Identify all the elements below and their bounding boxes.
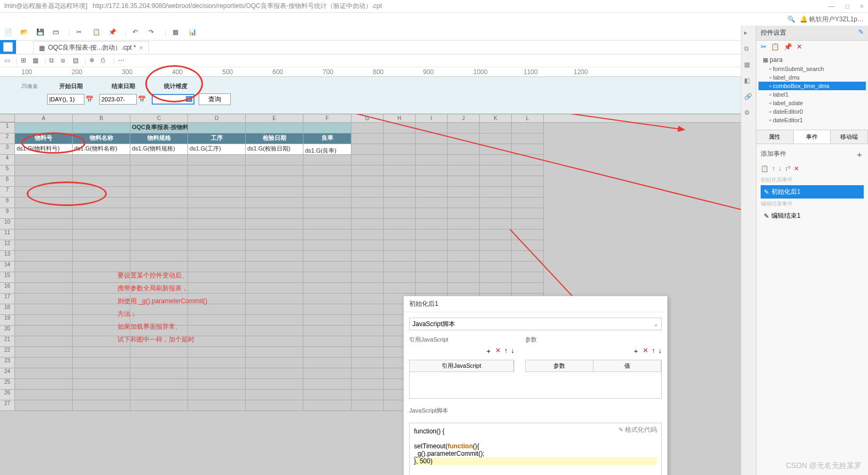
cell[interactable] xyxy=(416,144,448,155)
cell[interactable] xyxy=(448,144,480,155)
undo-icon[interactable]: ↶ xyxy=(132,28,142,38)
down-icon[interactable]: ↓ xyxy=(778,165,781,172)
add-event-button[interactable]: ＋ xyxy=(855,149,864,161)
cell[interactable] xyxy=(188,208,246,219)
cell[interactable] xyxy=(416,165,448,176)
cell[interactable] xyxy=(480,251,512,262)
cell[interactable] xyxy=(73,229,130,240)
cell[interactable] xyxy=(15,294,73,304)
cell[interactable]: 检验日期 xyxy=(246,133,303,144)
cell[interactable] xyxy=(303,262,351,272)
chain-icon[interactable]: 🔗 xyxy=(744,93,754,102)
delete-icon[interactable]: ✕ xyxy=(794,165,799,172)
cell[interactable] xyxy=(188,155,246,165)
cell[interactable] xyxy=(303,219,351,229)
cell[interactable] xyxy=(188,240,246,251)
cut-icon[interactable]: ✂ xyxy=(76,28,86,38)
cell[interactable]: 良率 xyxy=(303,133,351,144)
cell[interactable] xyxy=(416,240,448,251)
cell[interactable] xyxy=(246,347,303,358)
file-tab[interactable]: ▦ OQC良率报表-按...勿动）.cpt * × xyxy=(33,41,149,54)
cell[interactable] xyxy=(384,133,416,144)
cell[interactable] xyxy=(130,390,188,400)
cell[interactable] xyxy=(188,165,246,176)
cell[interactable] xyxy=(480,176,512,187)
cell[interactable] xyxy=(246,272,303,283)
cell[interactable] xyxy=(73,379,130,390)
column-header[interactable]: F xyxy=(303,114,351,122)
cell[interactable] xyxy=(15,272,73,283)
cell[interactable] xyxy=(73,240,130,251)
cell[interactable] xyxy=(384,208,416,219)
cell[interactable] xyxy=(384,219,416,229)
cell[interactable]: 物料名称 xyxy=(73,133,130,144)
cell[interactable] xyxy=(303,358,351,368)
cell[interactable] xyxy=(15,219,73,229)
cell[interactable] xyxy=(384,144,416,155)
cell[interactable] xyxy=(480,208,512,219)
cell[interactable] xyxy=(303,272,351,283)
cell[interactable] xyxy=(512,187,544,197)
cell[interactable] xyxy=(15,197,73,208)
down-icon[interactable]: ↓ xyxy=(659,346,662,356)
cell[interactable] xyxy=(246,197,303,208)
cell[interactable] xyxy=(303,315,351,326)
cell[interactable] xyxy=(384,176,416,187)
cell[interactable] xyxy=(303,379,351,390)
more-icon[interactable]: ⋯ xyxy=(118,57,127,65)
cell[interactable] xyxy=(384,240,416,251)
cell[interactable] xyxy=(246,219,303,229)
delete-icon[interactable]: ✕ xyxy=(643,346,648,356)
cell[interactable] xyxy=(512,176,544,187)
preview-icon[interactable]: ▦ xyxy=(173,28,182,38)
cell[interactable] xyxy=(246,240,303,251)
cell[interactable] xyxy=(448,219,480,229)
cell[interactable] xyxy=(246,315,303,326)
filter-icon[interactable]: ⎙ xyxy=(101,57,110,65)
cell[interactable] xyxy=(73,208,130,219)
cell[interactable] xyxy=(480,187,512,197)
cell[interactable] xyxy=(480,123,512,133)
cell[interactable] xyxy=(15,400,73,411)
cell[interactable] xyxy=(130,176,188,187)
cell[interactable] xyxy=(351,379,384,390)
property-tab[interactable]: 移动端 xyxy=(831,130,868,144)
cell[interactable] xyxy=(512,262,544,272)
cell[interactable] xyxy=(480,165,512,176)
tab-close-icon[interactable]: × xyxy=(139,44,143,52)
cell[interactable] xyxy=(480,262,512,272)
cell[interactable] xyxy=(448,229,480,240)
home-icon[interactable] xyxy=(0,40,16,54)
open-icon[interactable]: 📂 xyxy=(20,28,30,38)
cell[interactable] xyxy=(351,347,384,358)
cell[interactable] xyxy=(480,272,512,283)
property-tab[interactable]: 属性 xyxy=(756,130,794,144)
cell[interactable] xyxy=(15,315,73,326)
column-header[interactable]: K xyxy=(480,114,512,122)
column-header[interactable]: C xyxy=(130,114,188,122)
cell[interactable] xyxy=(351,123,384,133)
cell[interactable] xyxy=(351,229,384,240)
tree-item[interactable]: ▫ label_dms xyxy=(758,73,866,82)
calendar-icon[interactable]: 📅 xyxy=(138,96,146,103)
cell[interactable] xyxy=(480,229,512,240)
cell[interactable] xyxy=(351,165,384,176)
up-icon[interactable]: ↑ xyxy=(652,346,655,356)
cell[interactable] xyxy=(15,336,73,347)
cell[interactable] xyxy=(130,165,188,176)
cell[interactable] xyxy=(512,229,544,240)
cell[interactable] xyxy=(384,272,416,283)
cell[interactable] xyxy=(384,251,416,262)
cell[interactable] xyxy=(351,187,384,197)
redo-icon[interactable]: ↷ xyxy=(148,28,158,38)
cell[interactable] xyxy=(384,229,416,240)
cell[interactable] xyxy=(130,155,188,165)
cell[interactable] xyxy=(188,187,246,197)
cell[interactable] xyxy=(448,155,480,165)
cell[interactable] xyxy=(130,379,188,390)
cell[interactable] xyxy=(130,368,188,379)
cell[interactable] xyxy=(73,251,130,262)
cell[interactable] xyxy=(303,187,351,197)
cell[interactable] xyxy=(351,144,384,155)
cell[interactable] xyxy=(15,262,73,272)
